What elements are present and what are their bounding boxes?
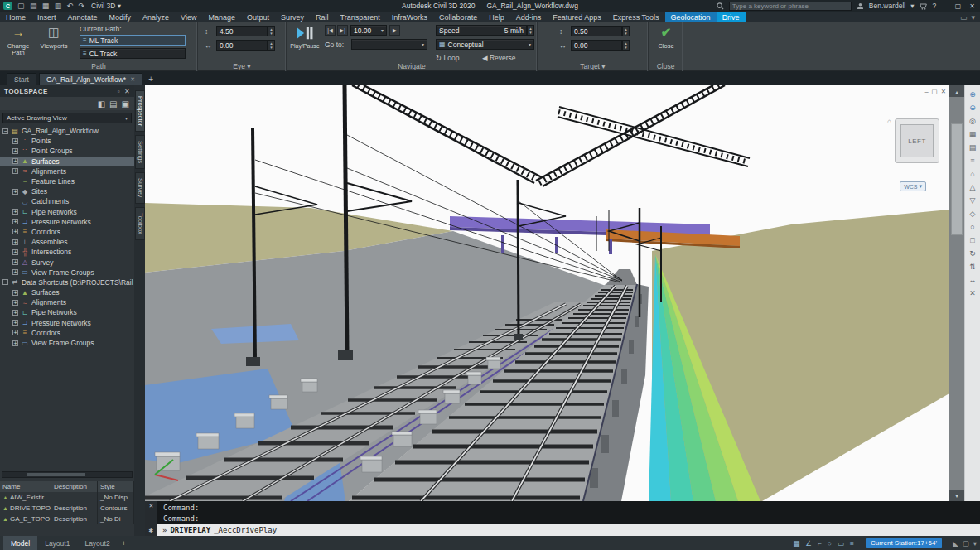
speed-spinner[interactable]: ▴▾ [527,25,534,36]
tree-item-points[interactable]: +∴Points [0,136,134,146]
tab-manage[interactable]: Manage [202,12,241,22]
column-description[interactable]: Description [51,481,98,492]
expander-icon[interactable]: + [12,320,18,326]
new-drawing-button[interactable]: + [145,73,157,85]
up-icon[interactable]: △ [967,181,979,193]
pan-horizontal-icon[interactable]: ↔ [967,274,979,286]
panel-label-close[interactable]: Close [649,62,683,70]
scroll-down-button[interactable]: ▾ [949,490,964,501]
home-icon[interactable]: ⌂ [967,168,979,180]
expander-icon[interactable]: + [12,249,18,255]
chevron-down-icon[interactable]: ▾ [971,13,975,22]
annotation-icon[interactable]: ▭ [838,539,844,548]
close-icon[interactable]: ✕ [149,503,154,509]
target-height-field[interactable]: 0.50 [571,26,622,36]
tree-item-intersections[interactable]: +╬Intersections [0,247,134,257]
tab-help[interactable]: Help [483,12,510,22]
square-icon[interactable]: □ [967,234,979,246]
tree-item-survey[interactable]: +△Survey [0,257,134,267]
tree-item-pressure-networks[interactable]: +⊐Pressure Networks [0,217,134,227]
refresh-icon[interactable]: ↻ [967,248,979,259]
tab-layout2[interactable]: Layout2 [77,536,117,550]
grid-toggle-icon[interactable]: ▦ [793,539,799,548]
tree-item-ds-pressure-networks[interactable]: +⊐Pressure Networks [0,318,134,328]
wcs-selector[interactable]: WCS▾ [900,181,926,191]
target-offset-field[interactable]: 0.00 [571,40,622,51]
eye-height-spinner[interactable]: ▴▾ [268,26,275,36]
visual-style-combo[interactable]: ▦ Conceptual▾ [436,39,534,50]
close-icon[interactable]: ✕ [124,88,130,95]
scrollbar-thumb[interactable] [951,123,963,235]
tree-item-ds-pipe-networks[interactable]: +⊏Pipe Networks [0,307,134,317]
tab-collaborate[interactable]: Collaborate [433,12,483,22]
tab-express-tools[interactable]: Express Tools [607,12,665,22]
tree-item-alignments[interactable]: +≈Alignments [0,166,134,176]
expander-icon[interactable]: − [2,128,8,134]
down-icon[interactable]: ▽ [967,195,979,206]
tab-insert[interactable]: Insert [31,12,62,22]
doc-tab-active[interactable]: GA_Rail_Algn_Workflow* ✕ [39,73,142,85]
close-icon[interactable]: ✕ [941,88,946,95]
help-icon[interactable]: ? [933,2,937,10]
undo-icon[interactable]: ↶ [67,2,74,10]
customize-icon[interactable]: ✱ [149,528,154,534]
tab-rail[interactable]: Rail [310,12,335,22]
open-icon[interactable]: ▤ [30,2,37,10]
minimize-icon[interactable]: – [924,88,928,95]
tab-toolbox[interactable]: Toolbox [135,207,145,240]
autohide-icon[interactable]: ▫ [118,88,120,95]
tree-item-surfaces[interactable]: +▲Surfaces [0,157,134,166]
loop-toggle[interactable]: ↻ Loop [436,54,459,62]
customization-icon[interactable]: ▾ [973,539,977,548]
home-icon[interactable]: ⌂ [887,118,891,125]
new-icon[interactable]: ▢ [17,2,25,10]
workspace-switcher[interactable]: Civil 3D ▾ [91,2,121,10]
list-icon[interactable]: ≡ [967,155,979,166]
view-selector-dropdown[interactable]: Active Drawing View▾ [2,113,132,123]
pan-vertical-icon[interactable]: ⇅ [967,261,979,273]
osnap-icon[interactable]: ○ [828,539,832,548]
expander-icon[interactable]: + [12,300,18,306]
tab-addins[interactable]: Add-ins [510,12,548,22]
viewcube[interactable]: ⌂ LEFT [895,118,939,163]
tree-item-assemblies[interactable]: +⊥Assemblies [0,237,134,247]
station-field[interactable]: 10.00▾ [350,25,387,36]
viewcube-face[interactable]: LEFT [900,124,934,157]
civil3d-logo-icon[interactable]: C [3,2,12,10]
tree-item-data-shortcuts[interactable]: −⇄Data Shortcuts (D:\PROJECTS\Rail Work.… [0,277,134,287]
list-item[interactable]: ▲AIW_Existir _No Disp [0,492,134,503]
expander-icon[interactable]: + [12,340,18,346]
step-forward-button[interactable]: ▶| [337,25,348,36]
circle-icon[interactable]: ○ [967,221,979,233]
tree-item-ds-alignments[interactable]: +≈Alignments [0,297,134,307]
workspace-icon[interactable]: ≡ [850,539,854,548]
viewport-scrollbar[interactable]: ▴ ▾ [949,85,964,501]
expander-icon[interactable]: + [12,269,18,275]
goto-combo[interactable]: ▾ [351,39,427,50]
scrollbar-thumb[interactable] [27,473,85,476]
expander-icon[interactable]: + [12,330,18,335]
tab-infraworks[interactable]: InfraWorks [386,12,433,22]
close-icon[interactable]: ✕ [130,76,135,83]
tree-item-ds-surfaces[interactable]: +▲Surfaces [0,287,134,297]
expander-icon[interactable]: + [12,219,18,224]
tree-item-ds-corridors[interactable]: +≡Corridors [0,328,134,338]
expander-icon[interactable]: − [2,279,8,285]
expander-icon[interactable]: + [12,148,18,154]
close-drive-button[interactable]: ✔ Close [649,24,683,60]
expander-icon[interactable]: + [12,168,18,174]
app-store-icon[interactable] [920,2,928,10]
tab-survey-palette[interactable]: Survey [135,172,145,203]
chevron-down-icon[interactable]: ▾ [910,2,914,10]
tab-prospector[interactable]: Prospector [135,90,145,132]
isolate-icon[interactable]: ◣ [953,539,958,548]
list-item[interactable]: ▲GA_E_TOPO Description _No Di [0,514,134,524]
polar-tracking-icon[interactable]: ∠ [805,539,812,548]
tab-layout1[interactable]: Layout1 [37,536,77,550]
tab-drive[interactable]: Drive [717,12,746,22]
diamond-icon[interactable]: ◇ [967,208,979,220]
column-name[interactable]: Name [0,481,51,492]
tree-item-catchments[interactable]: ◡Catchments [0,196,134,206]
eye-offset-spinner[interactable]: ▴▾ [268,40,275,51]
eye-height-field[interactable]: 4.50 [216,26,268,36]
